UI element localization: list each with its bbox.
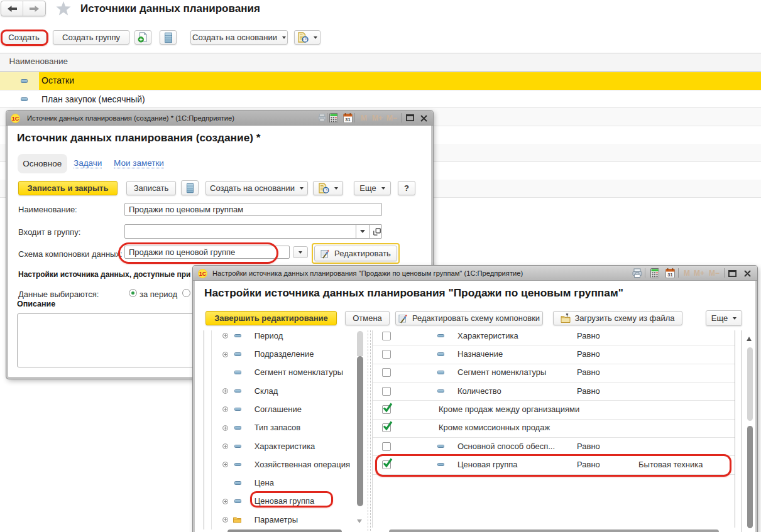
svg-text:31: 31 <box>667 272 672 278</box>
svg-text:1С: 1С <box>199 271 207 277</box>
svg-text:31: 31 <box>345 117 350 122</box>
svg-text:1С: 1С <box>12 116 19 122</box>
